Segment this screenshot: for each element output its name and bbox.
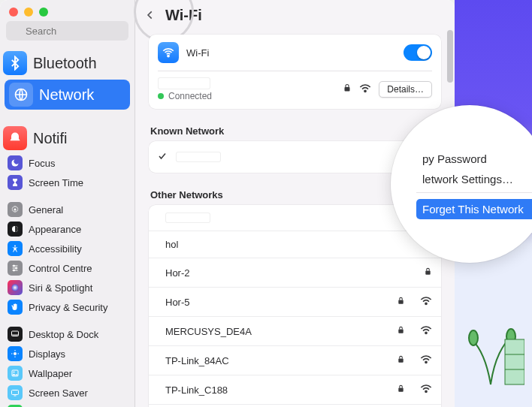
details-button[interactable]: Details… bbox=[379, 81, 432, 98]
svg-point-15 bbox=[16, 267, 17, 269]
sidebar-item-label: Screen Saver bbox=[29, 387, 88, 399]
wifi-toggle[interactable] bbox=[404, 44, 432, 61]
zoom-window-button[interactable] bbox=[39, 8, 48, 17]
sidebar-item-privacy-security[interactable]: Privacy & Security bbox=[0, 297, 135, 317]
sidebar-item-label: Desktop & Dock bbox=[29, 329, 98, 340]
hourglass-icon bbox=[8, 175, 23, 190]
siri-icon bbox=[8, 280, 23, 295]
svg-rect-36 bbox=[425, 271, 430, 275]
traffic-lights bbox=[0, 0, 135, 21]
svg-point-26 bbox=[14, 372, 15, 373]
svg-point-10 bbox=[14, 246, 16, 247]
plant-decoration bbox=[457, 302, 524, 392]
svg-rect-18 bbox=[12, 331, 19, 336]
sidebar-item-desktop-dock[interactable]: Desktop & Dock bbox=[0, 324, 135, 344]
sidebar-item-appearance[interactable]: Appearance bbox=[0, 219, 135, 239]
svg-point-20 bbox=[14, 352, 17, 355]
page-title: Wi-Fi bbox=[165, 7, 202, 24]
network-name bbox=[165, 213, 210, 223]
sidebar-item-label: Bluetooth bbox=[33, 55, 97, 72]
network-icon bbox=[9, 83, 33, 107]
sidebar-item-label: Appearance bbox=[29, 224, 81, 235]
minimize-window-button[interactable] bbox=[24, 8, 33, 17]
sidebar-item-screen-saver[interactable]: Screen Saver bbox=[0, 383, 135, 402]
current-ssid bbox=[158, 77, 210, 89]
sidebar-item-battery[interactable]: Battery bbox=[0, 402, 135, 407]
svg-point-40 bbox=[425, 332, 427, 333]
svg-rect-37 bbox=[398, 300, 403, 304]
svg-point-1 bbox=[506, 329, 515, 344]
wifi-label: Wi-Fi bbox=[186, 47, 396, 59]
wifi-signal-icon bbox=[420, 295, 432, 309]
network-name: TP-Link_84AC bbox=[165, 355, 274, 366]
main-header: Wi-Fi bbox=[135, 0, 455, 32]
other-network-row[interactable]: TP-Link_84AC bbox=[149, 345, 441, 375]
sidebar-item-accessibility[interactable]: Accessibility bbox=[0, 239, 135, 258]
display-icon bbox=[8, 346, 23, 361]
lock-icon bbox=[397, 383, 405, 396]
sidebar-item-screen-time[interactable]: Screen Time bbox=[0, 173, 135, 192]
wifi-status-card: Wi-Fi Connected bbox=[149, 35, 441, 109]
network-name bbox=[176, 152, 221, 162]
accessibility-icon bbox=[8, 241, 23, 256]
svg-rect-33 bbox=[345, 87, 350, 92]
svg-point-16 bbox=[14, 270, 15, 271]
menu-item-copy-password[interactable]: py Password bbox=[416, 149, 532, 169]
svg-point-17 bbox=[12, 285, 19, 291]
other-network-row[interactable]: TP-Link_C188 bbox=[149, 375, 441, 404]
svg-rect-2 bbox=[505, 339, 524, 384]
sidebar-item-displays[interactable]: Displays bbox=[0, 344, 135, 363]
screensaver-icon bbox=[8, 385, 23, 400]
sidebar-item-notifications[interactable]: Notifi bbox=[0, 123, 135, 153]
sidebar-item-label: Privacy & Security bbox=[29, 302, 107, 313]
network-name: MERCUSYS_DE4A bbox=[165, 326, 274, 337]
sidebar-item-focus[interactable]: Focus bbox=[0, 153, 135, 173]
menu-item-network-settings[interactable]: letwork Settings… bbox=[416, 169, 532, 189]
other-network-row[interactable]: VIVACOM_FiberNet bbox=[149, 404, 441, 407]
sidebar-item-wallpaper[interactable]: Wallpaper bbox=[0, 363, 135, 383]
sidebar-item-network[interactable]: Network bbox=[5, 80, 130, 110]
checkmark-icon bbox=[158, 150, 168, 164]
sidebar-item-general[interactable]: General bbox=[0, 200, 135, 219]
svg-point-38 bbox=[425, 303, 427, 304]
other-network-row[interactable]: Hor-5 bbox=[149, 287, 441, 316]
wifi-signal-icon bbox=[420, 383, 432, 396]
menu-item-forget-network[interactable]: Forget This Network bbox=[416, 199, 532, 219]
lock-icon bbox=[343, 83, 352, 96]
bluetooth-icon bbox=[3, 51, 27, 75]
svg-rect-27 bbox=[12, 390, 19, 395]
wallpaper-icon bbox=[8, 366, 23, 381]
svg-rect-41 bbox=[398, 359, 403, 363]
other-network-row[interactable]: MERCUSYS_DE4A bbox=[149, 316, 441, 345]
sidebar-item-siri-spotlight[interactable]: Siri & Spotlight bbox=[0, 278, 135, 297]
sidebar-item-control-centre[interactable]: Control Centre bbox=[0, 258, 135, 278]
sidebar-item-label: Network bbox=[39, 86, 94, 104]
network-name: Hor-5 bbox=[165, 297, 274, 308]
moon-icon bbox=[8, 155, 23, 170]
back-button[interactable] bbox=[140, 5, 161, 26]
network-name: Hor-2 bbox=[165, 267, 287, 279]
wifi-icon bbox=[158, 42, 179, 63]
sidebar-item-label: Screen Time bbox=[29, 177, 83, 188]
sidebar-item-label: Accessibility bbox=[29, 243, 82, 255]
menu-divider bbox=[416, 192, 532, 193]
lock-icon bbox=[397, 354, 405, 367]
sidebar-item-label: General bbox=[29, 204, 63, 216]
svg-point-8 bbox=[14, 209, 17, 211]
sidebar-item-bluetooth[interactable]: Bluetooth bbox=[0, 48, 135, 78]
sidebar-item-label: Displays bbox=[29, 348, 65, 360]
hand-icon bbox=[8, 300, 23, 315]
svg-rect-39 bbox=[398, 330, 403, 333]
svg-rect-43 bbox=[398, 388, 403, 392]
other-network-row[interactable]: Hor-2 bbox=[149, 258, 441, 287]
search-input[interactable] bbox=[6, 21, 128, 41]
other-network-row[interactable]: hol bbox=[149, 231, 441, 258]
close-window-button[interactable] bbox=[9, 8, 18, 17]
svg-point-34 bbox=[364, 90, 366, 92]
connection-status: Connected bbox=[168, 91, 212, 101]
svg-point-32 bbox=[168, 55, 169, 56]
sidebar-item-label: Control Centre bbox=[29, 263, 92, 274]
known-networks-title: Known Network bbox=[149, 121, 441, 141]
status-dot-icon bbox=[158, 93, 164, 99]
sidebar: Bluetooth Network Notifi FocusScreen Tim… bbox=[0, 0, 135, 407]
